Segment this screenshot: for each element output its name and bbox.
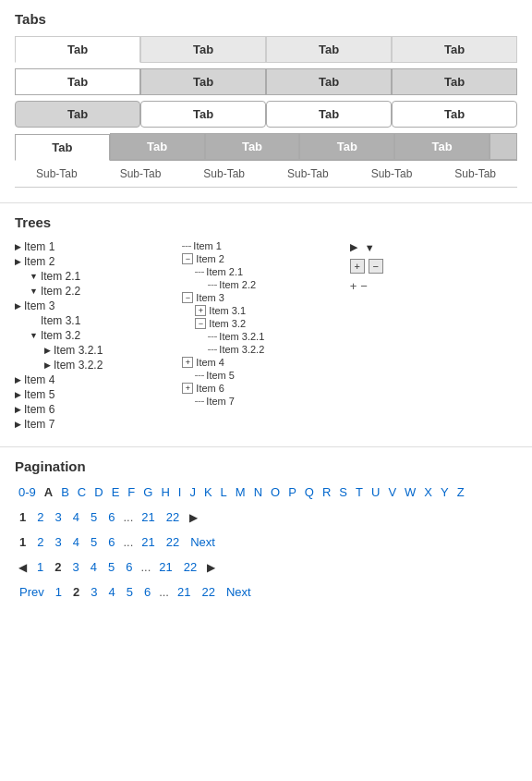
alpha-K[interactable]: K xyxy=(200,483,216,501)
tree1-arrow-2-1[interactable]: ▼ xyxy=(30,272,38,281)
tree1-arrow-2[interactable]: ▶ xyxy=(15,257,21,266)
tree2-box-3[interactable]: − xyxy=(182,292,193,303)
tab-4-6[interactable] xyxy=(490,133,517,160)
subtab-3[interactable]: Sub-Tab xyxy=(182,165,266,183)
pg4-prev-btn[interactable]: Prev xyxy=(15,583,49,601)
pg2-page-22[interactable]: 22 xyxy=(162,533,184,551)
alpha-M[interactable]: M xyxy=(232,483,249,501)
pg3-prev-arrow[interactable]: ◀ xyxy=(15,559,30,576)
alpha-V[interactable]: V xyxy=(384,483,400,501)
tab-3-3[interactable]: Tab xyxy=(266,101,392,128)
tree3-plus-btn[interactable]: + xyxy=(350,259,365,274)
tree3-right-arrow[interactable]: ▶ xyxy=(350,241,357,253)
pg4-page-4[interactable]: 4 xyxy=(103,583,119,601)
subtab-1[interactable]: Sub-Tab xyxy=(15,165,99,183)
pg4-page-22[interactable]: 22 xyxy=(197,583,219,601)
pg2-next-btn[interactable]: Next xyxy=(186,533,220,551)
pg2-page-21[interactable]: 21 xyxy=(137,533,159,551)
alpha-0-9[interactable]: 0-9 xyxy=(15,483,40,501)
alpha-U[interactable]: U xyxy=(368,483,383,501)
tree1-arrow-6[interactable]: ▶ xyxy=(15,405,21,414)
pg3-page-21[interactable]: 21 xyxy=(154,558,176,576)
alpha-A[interactable]: A xyxy=(41,483,56,501)
pg3-next-arrow[interactable]: ▶ xyxy=(203,559,219,576)
tree3-minus-btn[interactable]: − xyxy=(369,259,383,274)
tree1-arrow-3-2-1[interactable]: ▶ xyxy=(44,346,51,355)
tab-2-3[interactable]: Tab xyxy=(266,68,392,95)
tree1-arrow-3[interactable]: ▶ xyxy=(15,301,21,311)
pg4-page-5[interactable]: 5 xyxy=(122,583,138,601)
tree1-arrow-7[interactable]: ▶ xyxy=(15,420,21,429)
tab-4-2[interactable]: Tab xyxy=(110,133,205,160)
alpha-O[interactable]: O xyxy=(267,483,284,501)
tab-1-2[interactable]: Tab xyxy=(140,36,266,63)
pg4-page-6[interactable]: 6 xyxy=(139,583,155,601)
alpha-X[interactable]: X xyxy=(420,483,436,501)
pg2-page-2[interactable]: 2 xyxy=(32,533,48,551)
alpha-E[interactable]: E xyxy=(108,483,124,501)
alpha-F[interactable]: F xyxy=(124,483,139,501)
tree3-plus-text[interactable]: + xyxy=(350,279,357,293)
pg2-page-4[interactable]: 4 xyxy=(68,533,84,551)
tab-1-1[interactable]: Tab xyxy=(15,36,140,63)
pg4-page-21[interactable]: 21 xyxy=(173,583,195,601)
tab-3-4[interactable]: Tab xyxy=(392,101,517,128)
subtab-4[interactable]: Sub-Tab xyxy=(266,165,350,183)
alpha-D[interactable]: D xyxy=(91,483,106,501)
tab-2-4[interactable]: Tab xyxy=(392,68,517,95)
tab-4-3[interactable]: Tab xyxy=(205,133,300,160)
alpha-P[interactable]: P xyxy=(284,483,300,501)
alpha-B[interactable]: B xyxy=(57,483,73,501)
alpha-Q[interactable]: Q xyxy=(301,483,318,501)
tab-3-1[interactable]: Tab xyxy=(15,101,140,128)
tree3-minus-text[interactable]: − xyxy=(360,279,368,293)
alpha-I[interactable]: I xyxy=(175,483,186,501)
pg2-page-3[interactable]: 3 xyxy=(50,533,66,551)
pg1-page-4[interactable]: 4 xyxy=(68,508,84,526)
alpha-C[interactable]: C xyxy=(74,483,90,501)
subtab-6[interactable]: Sub-Tab xyxy=(433,165,517,183)
pg3-page-4[interactable]: 4 xyxy=(86,558,102,576)
tab-4-4[interactable]: Tab xyxy=(299,133,394,160)
tree2-box-3-1[interactable]: + xyxy=(195,305,206,316)
tree1-arrow-1[interactable]: ▶ xyxy=(15,242,21,251)
tree2-box-4[interactable]: + xyxy=(182,357,193,368)
alpha-T[interactable]: T xyxy=(352,483,367,501)
subtab-5[interactable]: Sub-Tab xyxy=(350,165,434,183)
alpha-Y[interactable]: Y xyxy=(437,483,453,501)
pg3-page-5[interactable]: 5 xyxy=(103,558,119,576)
pg1-page-6[interactable]: 6 xyxy=(103,508,119,526)
tree1-arrow-4[interactable]: ▶ xyxy=(15,375,21,384)
alpha-W[interactable]: W xyxy=(401,483,419,501)
alpha-S[interactable]: S xyxy=(335,483,351,501)
tab-3-2[interactable]: Tab xyxy=(140,101,266,128)
alpha-G[interactable]: G xyxy=(139,483,156,501)
pg1-page-5[interactable]: 5 xyxy=(86,508,102,526)
pg1-page-2[interactable]: 2 xyxy=(32,508,48,526)
tab-1-4[interactable]: Tab xyxy=(392,36,517,63)
pg4-next-btn[interactable]: Next xyxy=(222,583,256,601)
pg1-page-22[interactable]: 22 xyxy=(162,508,184,526)
tree2-box-2[interactable]: − xyxy=(182,253,193,264)
pg3-page-22[interactable]: 22 xyxy=(179,558,201,576)
tab-1-3[interactable]: Tab xyxy=(266,36,392,63)
tree1-arrow-5[interactable]: ▶ xyxy=(15,390,21,399)
tree1-arrow-3-2-2[interactable]: ▶ xyxy=(44,360,51,370)
pg1-page-21[interactable]: 21 xyxy=(137,508,159,526)
alpha-R[interactable]: R xyxy=(319,483,334,501)
tree3-down-arrow[interactable]: ▼ xyxy=(365,242,375,253)
tree2-box-6[interactable]: + xyxy=(182,383,193,394)
pg3-page-6[interactable]: 6 xyxy=(121,558,137,576)
subtab-2[interactable]: Sub-Tab xyxy=(99,165,183,183)
pg2-page-5[interactable]: 5 xyxy=(86,533,102,551)
pg3-page-3[interactable]: 3 xyxy=(67,558,83,576)
pg4-page-1[interactable]: 1 xyxy=(51,583,66,601)
tab-4-5[interactable]: Tab xyxy=(394,133,490,160)
alpha-N[interactable]: N xyxy=(250,483,266,501)
pg4-page-3[interactable]: 3 xyxy=(86,583,102,601)
tree1-arrow-2-2[interactable]: ▼ xyxy=(30,287,38,296)
tab-2-1[interactable]: Tab xyxy=(15,68,140,95)
tab-4-1[interactable]: Tab xyxy=(15,134,110,161)
pg3-page-1[interactable]: 1 xyxy=(32,558,48,576)
alpha-L[interactable]: L xyxy=(217,483,231,501)
